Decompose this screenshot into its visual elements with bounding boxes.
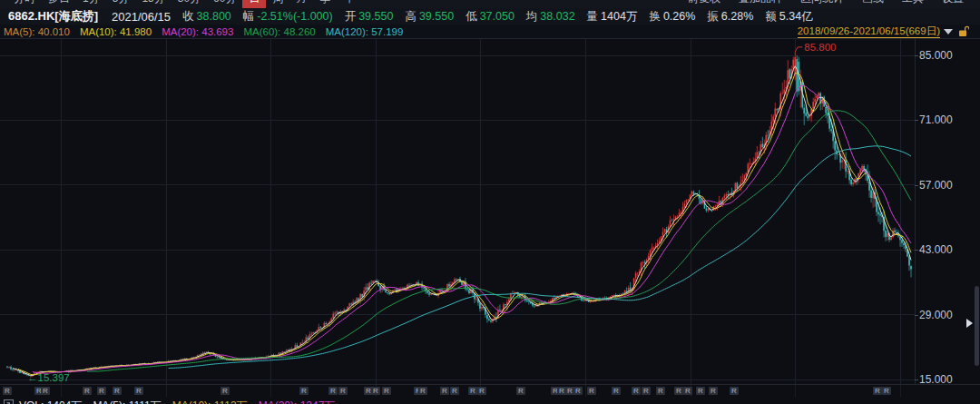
y-axis-label: 43.000: [919, 243, 953, 256]
quote-field: 收38.800: [182, 9, 231, 25]
menubar-period-item[interactable]: 1分: [76, 0, 106, 8]
date-range-selector[interactable]: 2018/09/26-2021/06/15(669日): [798, 25, 940, 38]
menubar-period-item[interactable]: 5分: [106, 0, 136, 8]
ex-rights-marker: R: [328, 387, 338, 395]
ex-rights-marker: R: [338, 387, 348, 395]
quote-field-label: 高: [405, 10, 416, 23]
y-axis-tick: [915, 315, 918, 316]
grid-vline: [900, 385, 901, 398]
quote-field: 振6.28%: [707, 9, 753, 25]
ex-rights-marker: R: [730, 387, 739, 395]
grid-vline: [166, 385, 167, 398]
ex-rights-marker: R: [83, 387, 92, 395]
quote-field-label: 收: [182, 10, 194, 23]
menubar-tool-item[interactable]: 前复权: [679, 0, 730, 8]
ex-rights-marker: R: [418, 387, 427, 395]
quote-field-value: 5.34亿: [779, 10, 813, 23]
ex-rights-marker: R: [440, 387, 449, 395]
ma-legend-item: MA(60): 48.260: [243, 26, 315, 37]
quote-field-label: 低: [466, 10, 477, 23]
y-axis-label: 71.000: [919, 113, 953, 126]
ex-rights-marker: R: [516, 387, 525, 395]
unlock-icon[interactable]: [958, 25, 969, 37]
quote-field: 额5.34亿: [765, 9, 812, 25]
stock-chart-window: 分时多日1分5分15分30分60分日周月季年 前复权叠加品种区间统计画线工具设置…: [0, 0, 980, 404]
quote-field-value: 39.550: [358, 10, 393, 23]
ex-rights-marker: R: [134, 387, 143, 395]
menubar-period-item[interactable]: 30分: [172, 0, 207, 8]
menubar-period-item[interactable]: 多日: [42, 0, 76, 8]
y-axis-tick: [915, 185, 918, 186]
quote-field: 开39.550: [345, 9, 394, 25]
ma-legend-items: MA(5): 40.010MA(10): 41.980MA(20): 43.69…: [4, 26, 413, 37]
quote-field-label: 开: [345, 10, 357, 23]
menubar-period-item[interactable]: 日: [242, 0, 266, 8]
period-tabs: 分时多日1分5分15分30分60分日周月季年: [7, 0, 360, 8]
quote-field-label: 幅: [243, 10, 255, 23]
panel-expand-arrow-icon[interactable]: [966, 319, 973, 328]
quote-field: 换0.26%: [649, 9, 695, 25]
quote-field-label: 振: [707, 10, 719, 23]
menubar-period-item[interactable]: 季: [313, 0, 337, 8]
quote-field: 均38.032: [526, 9, 575, 25]
volume-legend-item: MA(5): 1111万: [93, 399, 161, 404]
ex-rights-marker: R: [632, 387, 641, 395]
menubar-period-item[interactable]: 周: [266, 0, 289, 8]
y-axis-tick: [915, 250, 918, 251]
trade-date: 2021/06/15: [112, 10, 171, 24]
ex-rights-marker: R: [882, 387, 891, 395]
quote-field-value: 37.050: [480, 10, 514, 23]
chevron-down-icon[interactable]: [944, 29, 953, 34]
ex-rights-marker: R: [656, 387, 665, 395]
menubar-tool-item[interactable]: 叠加品种: [730, 0, 791, 8]
quote-field: 高39.550: [405, 9, 454, 25]
menubar-tool-item[interactable]: 区间统计: [791, 0, 853, 8]
quote-field: 低37.050: [466, 9, 514, 25]
ex-rights-marker: R: [642, 387, 651, 395]
menubar-period-item[interactable]: 月: [289, 0, 313, 8]
menubar-period-item[interactable]: 15分: [135, 0, 171, 8]
menubar-tool-item[interactable]: 工具: [893, 0, 933, 8]
candlestick-chart[interactable]: 85.800←15.397: [0, 39, 915, 385]
y-axis-tick: [915, 55, 918, 56]
grid-vline: [585, 385, 586, 398]
volume-legend-item: MA(20): 1247万: [259, 399, 336, 404]
vertical-scrollbar-thumb[interactable]: [975, 286, 979, 366]
ma-legend-item: MA(20): 43.693: [162, 26, 233, 37]
ex-rights-marker: R: [113, 387, 122, 395]
menubar-period-item[interactable]: 分时: [7, 0, 42, 8]
ex-rights-marker: R: [97, 387, 106, 395]
ex-rights-marker: R: [382, 387, 391, 395]
ex-rights-marker: R: [371, 387, 380, 395]
menubar-tool-item[interactable]: 画线: [853, 0, 893, 8]
ma-legend-item: MA(5): 40.010: [4, 26, 70, 37]
ex-rights-marker: R: [696, 387, 705, 395]
menubar-period-item[interactable]: 年: [337, 0, 360, 8]
volume-legend-items: VOL: 1404万MA(5): 1111万MA(10): 1113万MA(20…: [19, 399, 346, 404]
ex-rights-marker: R: [450, 387, 459, 395]
ma-legend-item: MA(10): 41.980: [80, 26, 152, 37]
ex-rights-marker: R: [674, 387, 683, 395]
menubar-period-item[interactable]: 60分: [207, 0, 242, 8]
period-menubar: 分时多日1分5分15分30分60分日周月季年 前复权叠加品种区间统计画线工具设置: [0, 0, 980, 8]
ex-rights-marker: R: [873, 387, 882, 395]
quote-infobar: 6862.HK[海底捞] 2021/06/15 收38.800幅-2.51%(-…: [0, 8, 980, 25]
quote-field-label: 量: [587, 10, 599, 23]
quote-field-label: 换: [649, 10, 661, 23]
ex-rights-marker: R: [299, 387, 309, 395]
ex-rights-marker: R: [3, 387, 12, 395]
quote-field: 幅-2.51%(-1.000): [243, 9, 333, 25]
y-axis-tick: [915, 379, 918, 380]
grid-vline: [270, 385, 271, 398]
svg-text:←15.397: ←15.397: [27, 372, 70, 383]
collapse-pane-icon[interactable]: [4, 399, 14, 404]
quote-field-label: 额: [765, 10, 777, 23]
quote-field-value: 38.032: [540, 10, 574, 23]
ma-legend-item: MA(120): 57.199: [326, 26, 404, 37]
toolbar-menu: 前复权叠加品种区间统计画线工具设置: [679, 0, 973, 8]
svg-text:85.800: 85.800: [804, 42, 836, 53]
ex-rights-marker: R: [220, 387, 230, 395]
chart-area: 85.800←15.397 85.00071.00057.00043.00029…: [0, 38, 980, 385]
menubar-tool-item[interactable]: 设置: [933, 0, 973, 8]
quote-field: 量1404万: [587, 9, 638, 25]
